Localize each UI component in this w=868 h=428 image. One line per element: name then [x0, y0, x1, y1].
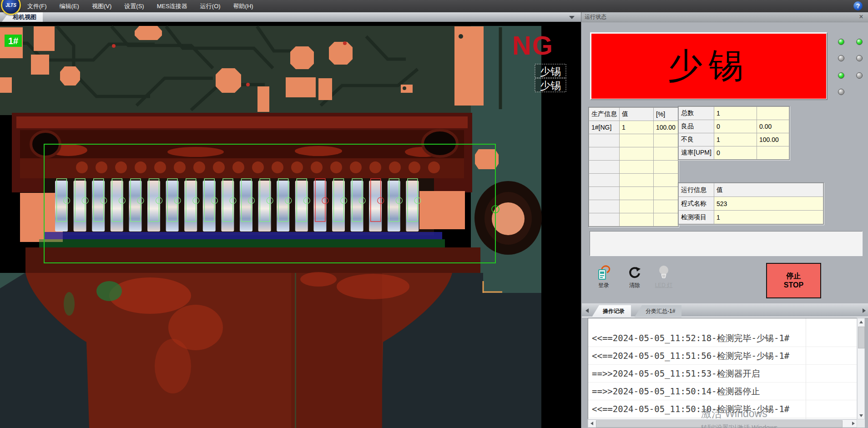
status-light-on — [838, 72, 844, 79]
scroll-down-icon[interactable] — [858, 412, 864, 419]
clear-button[interactable]: 清除 — [621, 264, 648, 293]
tab-category-summary[interactable]: 分类汇总-1# — [635, 305, 681, 317]
table-row — [589, 161, 678, 174]
tab-operation-log[interactable]: 操作记录 — [592, 305, 631, 317]
statistics-table: 总数1良品00.00不良1100.00速率[UPM]0 — [678, 106, 790, 160]
table-cell: 0 — [714, 120, 757, 133]
table-row: 不良1100.00 — [679, 133, 789, 146]
panel-title-bar: 运行状态 × — [581, 12, 868, 22]
table-header-cell: 值 — [620, 108, 654, 121]
table-cell — [654, 187, 678, 200]
chevron-down-icon[interactable] — [569, 16, 575, 19]
vertical-scroll-thumb[interactable] — [858, 327, 865, 348]
login-button[interactable]: 登录 — [590, 264, 617, 293]
login-button-label: 登录 — [590, 282, 617, 289]
table-cell: 1 — [714, 211, 823, 224]
table-cell: 100.00 — [654, 121, 678, 134]
table-cell — [620, 134, 654, 147]
defect-tag-label: 少锡 — [540, 65, 561, 77]
panel-body: 少锡 生产信息值[%]1#[NG]1100.00 总数1良品00.00不良110… — [582, 22, 868, 428]
log-vertical-scrollbar[interactable] — [857, 318, 865, 419]
menu-item[interactable]: 编辑(E) — [53, 0, 86, 12]
table-cell: 检测项目 — [679, 211, 714, 224]
svg-text:1#: 1# — [8, 36, 18, 46]
table-cell: 100.00 — [757, 133, 789, 146]
table-row: 1#[NG]1100.00 — [589, 121, 678, 134]
table-cell — [620, 147, 654, 161]
stop-button[interactable]: 停止 STOP — [766, 263, 821, 298]
table-header-cell: 值 — [714, 183, 823, 197]
tab-scroll-left-icon[interactable] — [585, 308, 589, 313]
led-button[interactable]: LED 灯 — [650, 264, 677, 293]
table-cell: 523 — [714, 197, 823, 211]
log-horizontal-scrollbar[interactable] — [588, 419, 857, 428]
run-info-table: 运行信息值程式名称523检测项目1 — [678, 182, 824, 225]
table-row — [589, 200, 678, 213]
table-header-cell: 生产信息 — [589, 108, 620, 121]
led-button-label: LED 灯 — [650, 282, 677, 289]
table-cell — [589, 213, 620, 227]
status-light-off — [838, 55, 844, 61]
table-cell: 1 — [620, 121, 654, 134]
table-cell — [654, 161, 678, 174]
menu-item[interactable]: 帮助(H) — [227, 0, 260, 12]
table-cell — [757, 146, 789, 160]
table-cell — [589, 147, 620, 161]
help-icon[interactable]: ? — [853, 1, 863, 10]
app-window: JLTS 文件(F)编辑(E)视图(V)设置(S)MES连接器运行(O)帮助(H… — [0, 0, 868, 428]
table-row: 良品00.00 — [679, 120, 789, 133]
led-bulb-icon — [656, 264, 671, 281]
status-light-off — [838, 89, 844, 95]
panel-title: 运行状态 — [585, 14, 606, 20]
table-row — [589, 174, 678, 187]
pcb-hole-feature — [474, 181, 542, 255]
menu-item[interactable]: 文件(F) — [21, 0, 53, 12]
table-row — [589, 187, 678, 200]
table-cell: 0.00 — [757, 120, 789, 133]
table-cell: 0 — [714, 146, 757, 160]
camera-id-badge: 1# — [5, 35, 22, 47]
result-banner-frame: 少锡 — [590, 32, 828, 100]
camera-pane: 相机视图 — [0, 12, 581, 428]
table-row: 程式名称523 — [679, 197, 823, 211]
table-row: 检测项目1 — [679, 211, 823, 224]
table-cell: 1 — [714, 133, 757, 146]
scroll-right-icon[interactable] — [850, 420, 857, 427]
table-cell — [654, 147, 678, 161]
tab-scroll-right-icon[interactable] — [863, 308, 866, 313]
table-row — [589, 213, 678, 227]
menu-item[interactable]: 设置(S) — [118, 0, 150, 12]
table-cell — [589, 200, 620, 213]
menu-item[interactable]: MES连接器 — [151, 0, 194, 12]
scroll-up-icon[interactable] — [858, 318, 864, 325]
close-icon[interactable]: × — [858, 12, 865, 22]
log-tab-bar: 操作记录分类汇总-1# — [582, 303, 868, 317]
table-cell — [654, 213, 678, 227]
table-cell: 良品 — [679, 120, 714, 133]
table-cell — [654, 134, 678, 147]
table-cell — [620, 213, 654, 227]
table-row: 总数1 — [679, 107, 789, 120]
operation-log-list: <<==2024-05-05_11:52:18-检测完毕-少锡-1#<<==20… — [588, 318, 857, 419]
camera-tab-bar: 相机视图 — [0, 12, 581, 23]
log-entry: <<==2024-05-05_11:52:18-检测完毕-少锡-1# — [588, 329, 857, 347]
table-cell: 总数 — [679, 107, 714, 120]
scroll-left-icon[interactable] — [588, 420, 595, 427]
status-light-on — [838, 39, 844, 45]
table-cell — [620, 174, 654, 187]
table-row: 速率[UPM]0 — [679, 146, 789, 160]
run-status-panel: 运行状态 × 少锡 生产信息值[%]1#[NG]1100.00 总数1良品00.… — [581, 12, 868, 428]
log-entry: <<==2024-05-05_11:51:56-检测完毕-少锡-1# — [588, 347, 857, 365]
table-cell: 1#[NG] — [589, 121, 620, 134]
menu-item[interactable]: 运行(O) — [194, 0, 227, 12]
table-cell — [589, 134, 620, 147]
menu-item[interactable]: 视图(V) — [86, 0, 118, 12]
log-entry: <<==2024-05-05_11:50:10-检测完毕-少锡-1# — [588, 400, 857, 418]
table-cell — [654, 200, 678, 213]
refresh-icon — [627, 264, 642, 281]
status-light-on — [856, 39, 863, 45]
table-cell — [654, 174, 678, 187]
message-box[interactable] — [590, 231, 863, 256]
table-cell — [589, 187, 620, 200]
horizontal-scroll-thumb[interactable] — [596, 420, 843, 428]
